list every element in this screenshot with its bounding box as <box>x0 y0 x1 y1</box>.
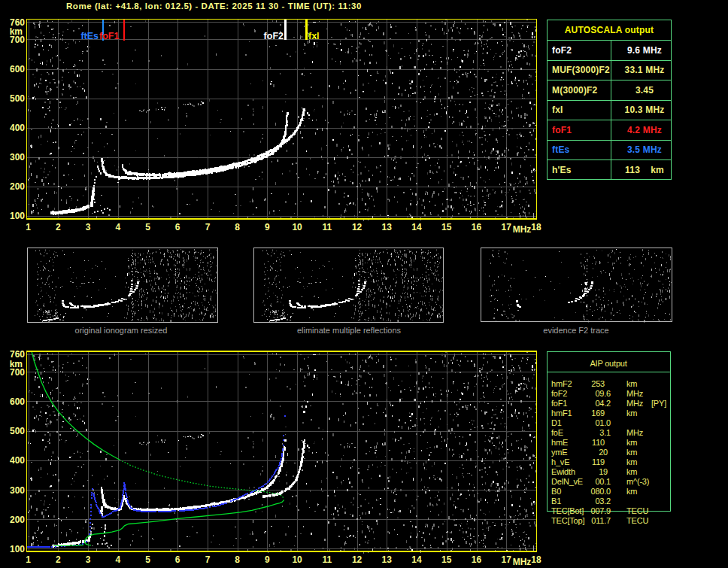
svg-text:TEC[Top]: TEC[Top] <box>551 516 584 525</box>
svg-text:M(3000)F2: M(3000)F2 <box>552 85 598 96</box>
svg-text:9: 9 <box>265 222 270 232</box>
svg-text:09.6: 09.6 <box>595 389 611 398</box>
svg-text:foF1: foF1 <box>551 399 567 408</box>
svg-text:00.1: 00.1 <box>595 477 611 486</box>
svg-text:011.7: 011.7 <box>591 516 611 525</box>
svg-text:10.3 MHz: 10.3 MHz <box>625 105 665 115</box>
svg-text:1: 1 <box>26 554 31 565</box>
svg-text:6: 6 <box>175 554 180 565</box>
svg-text:080.0: 080.0 <box>590 487 611 496</box>
svg-text:17: 17 <box>502 222 512 232</box>
svg-text:9: 9 <box>265 554 270 565</box>
svg-text:300: 300 <box>10 485 25 496</box>
svg-text:12: 12 <box>352 222 362 232</box>
svg-text:foE: foE <box>551 428 563 437</box>
svg-text:3: 3 <box>86 554 91 565</box>
svg-text:km: km <box>626 409 637 418</box>
svg-text:600: 600 <box>10 396 25 407</box>
svg-text:km: km <box>626 379 637 388</box>
svg-text:15: 15 <box>441 222 452 232</box>
svg-text:original ionogram resized: original ionogram resized <box>75 326 168 335</box>
svg-text:18: 18 <box>531 554 541 565</box>
svg-text:5: 5 <box>145 222 150 232</box>
svg-text:4: 4 <box>115 554 120 565</box>
svg-text:400: 400 <box>10 455 25 466</box>
svg-text:h'Es: h'Es <box>552 165 572 175</box>
svg-text:7: 7 <box>205 222 211 232</box>
svg-text:253: 253 <box>591 379 605 388</box>
svg-text:foF2: foF2 <box>551 389 567 398</box>
svg-text:4.2 MHz: 4.2 MHz <box>627 125 662 135</box>
svg-text:600: 600 <box>10 64 25 74</box>
svg-text:km: km <box>10 359 23 369</box>
svg-text:2: 2 <box>56 554 61 565</box>
svg-text:200: 200 <box>10 181 25 192</box>
svg-text:m^(-3): m^(-3) <box>626 477 649 486</box>
svg-text:19: 19 <box>599 467 608 476</box>
svg-text:km: km <box>626 448 637 457</box>
svg-text:MHz: MHz <box>626 389 643 398</box>
svg-text:evidence F2 trace: evidence F2 trace <box>543 326 608 335</box>
svg-text:11: 11 <box>323 222 332 232</box>
svg-text:11: 11 <box>323 554 332 565</box>
svg-text:MHz: MHz <box>513 557 532 567</box>
svg-text:3.5 MHz: 3.5 MHz <box>627 144 662 155</box>
svg-text:100: 100 <box>10 544 25 554</box>
svg-text:km: km <box>626 457 637 466</box>
svg-text:MHz: MHz <box>626 399 643 408</box>
svg-text:14: 14 <box>411 222 422 232</box>
svg-text:Rome (lat: +41.8, lon: 012.5): Rome (lat: +41.8, lon: 012.5) - DATE: 20… <box>66 2 362 11</box>
svg-text:B1: B1 <box>551 497 561 506</box>
svg-text:TEC[Bot]: TEC[Bot] <box>551 506 584 515</box>
svg-text:300: 300 <box>10 152 25 163</box>
svg-text:110: 110 <box>592 438 605 447</box>
svg-text:AIP output: AIP output <box>590 359 626 368</box>
svg-text:3.45: 3.45 <box>635 85 654 96</box>
svg-text:17: 17 <box>502 554 512 565</box>
svg-text:8: 8 <box>235 222 240 232</box>
svg-text:MHz: MHz <box>513 224 532 235</box>
svg-text:foF1: foF1 <box>552 125 572 135</box>
svg-text:fxI: fxI <box>308 31 320 41</box>
svg-text:foF2: foF2 <box>552 45 572 56</box>
svg-text:500: 500 <box>10 426 25 436</box>
svg-text:169: 169 <box>591 409 605 418</box>
svg-text:20: 20 <box>599 448 608 457</box>
svg-text:3: 3 <box>86 222 91 232</box>
svg-text:ftEs: ftEs <box>80 31 99 41</box>
svg-text:2: 2 <box>56 222 61 232</box>
svg-text:04.2: 04.2 <box>595 399 611 408</box>
svg-text:hmF2: hmF2 <box>551 379 572 388</box>
svg-text:13: 13 <box>382 222 393 232</box>
svg-text:6: 6 <box>175 222 180 232</box>
svg-text:500: 500 <box>10 93 25 104</box>
svg-text:hmF1: hmF1 <box>551 409 572 418</box>
svg-text:1: 1 <box>26 222 31 232</box>
svg-text:ftEs: ftEs <box>552 144 570 155</box>
svg-text:8: 8 <box>235 554 240 565</box>
svg-text:100: 100 <box>10 211 25 221</box>
svg-text:Ewidth: Ewidth <box>551 467 575 476</box>
svg-text:119: 119 <box>592 457 605 466</box>
svg-text:D1: D1 <box>551 418 562 427</box>
svg-text:DelN_vE: DelN_vE <box>551 477 583 486</box>
svg-text:9.6 MHz: 9.6 MHz <box>627 45 662 56</box>
svg-text:foF2: foF2 <box>264 31 284 41</box>
svg-text:km: km <box>626 487 637 496</box>
svg-text:200: 200 <box>10 515 25 525</box>
svg-text:4: 4 <box>115 222 120 232</box>
svg-text:400: 400 <box>10 123 25 133</box>
svg-text:TECU: TECU <box>626 506 648 515</box>
svg-text:[PY]: [PY] <box>651 399 666 408</box>
svg-text:km: km <box>626 467 637 476</box>
svg-text:MHz: MHz <box>626 428 643 437</box>
svg-text:12: 12 <box>352 554 362 565</box>
svg-text:10: 10 <box>292 222 302 232</box>
svg-text:16: 16 <box>472 222 482 232</box>
svg-text:10: 10 <box>292 554 302 565</box>
svg-text:B0: B0 <box>551 487 561 496</box>
svg-text:TECU: TECU <box>626 516 648 525</box>
svg-text:3.1: 3.1 <box>599 428 611 437</box>
svg-text:18: 18 <box>531 222 541 232</box>
svg-text:hmE: hmE <box>551 438 568 447</box>
